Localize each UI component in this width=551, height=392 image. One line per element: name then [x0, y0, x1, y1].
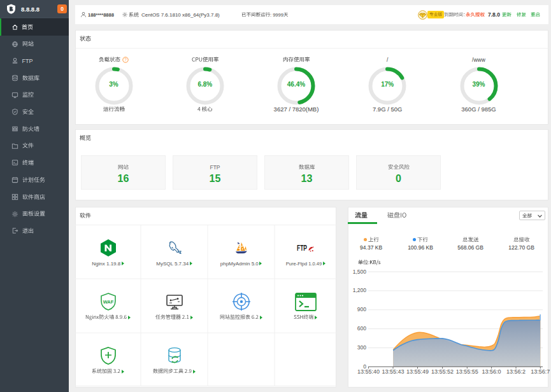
- svg-text:13:55:52: 13:55:52: [431, 368, 454, 375]
- svg-text:13:55:40: 13:55:40: [357, 368, 380, 375]
- svg-text:13:55:43: 13:55:43: [382, 368, 404, 375]
- svg-text:13:56:0: 13:56:0: [482, 368, 501, 375]
- svg-text:600: 600: [357, 325, 366, 332]
- svg-text:900: 900: [357, 306, 366, 312]
- svg-text:13:55:55: 13:55:55: [456, 368, 478, 375]
- svg-text:13:56:2: 13:56:2: [506, 368, 526, 375]
- svg-text:1,200: 1,200: [353, 287, 367, 293]
- svg-text:300: 300: [357, 344, 366, 351]
- svg-text:13:56:7: 13:56:7: [531, 368, 550, 375]
- svg-text:13:55:49: 13:55:49: [406, 368, 429, 375]
- svg-text:1,500: 1,500: [353, 269, 367, 275]
